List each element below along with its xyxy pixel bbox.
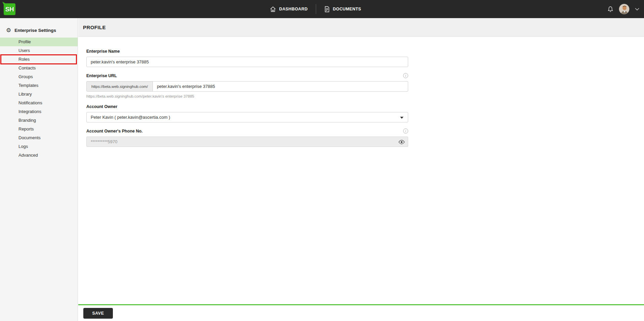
phone-label: Account Owner's Phone No. [86,129,143,133]
field-enterprise-name: Enterprise Name [86,49,408,67]
nav-documents-label: DOCUMENTS [333,7,361,11]
select-caret-icon [400,117,403,119]
nav-dashboard[interactable]: DASHBOARD [268,0,310,18]
reveal-eye-icon[interactable] [398,139,405,145]
phone-input [86,137,408,147]
enterprise-url-prefix: https://beta.web.signinghub.com/ [86,81,153,92]
enterprise-url-info-icon[interactable]: i [403,73,408,78]
account-owner-select[interactable]: Peter Kavin ( peter.kavin@ascertia.com ) [86,112,408,122]
sidebar-item-users[interactable]: Users [0,46,78,55]
account-owner-selected-value: Peter Kavin ( peter.kavin@ascertia.com ) [91,115,170,120]
sidebar-item-profile[interactable]: Profile [0,38,78,46]
sidebar-item-roles[interactable]: Roles [0,55,78,64]
sidebar-item-notifications[interactable]: Notifications [0,99,78,107]
account-owner-label: Account Owner [86,104,117,109]
sidebar-item-library[interactable]: Library [0,90,78,99]
main-content: PROFILE Enterprise Name Enterprise URL i… [78,18,644,321]
profile-form: Enterprise Name Enterprise URL i https:/… [78,37,408,147]
page-header: PROFILE [78,18,644,37]
sidebar-title: Enterprise Settings [14,28,56,33]
nav-dashboard-label: DASHBOARD [279,7,308,11]
top-bar-right [607,0,640,18]
field-enterprise-url: Enterprise URL i https://beta.web.signin… [86,73,408,98]
notifications-bell-icon[interactable] [607,5,614,13]
page: SH DASHBOARD [0,0,644,321]
field-account-owner: Account Owner Peter Kavin ( peter.kavin@… [86,104,408,122]
sidebar-item-documents[interactable]: Documents [0,133,78,142]
sidebar-item-reports[interactable]: Reports [0,125,78,133]
phone-info-icon[interactable]: i [403,128,408,133]
enterprise-name-label: Enterprise Name [86,49,120,54]
enterprise-url-helper: https://beta.web.signinghub.com/peter.ka… [86,94,408,98]
sidebar-item-branding[interactable]: Branding [0,116,78,125]
chevron-down-icon[interactable] [634,6,640,12]
footer-action-bar: SAVE [78,304,644,321]
page-title: PROFILE [83,24,106,30]
sidebar-header: ⚙ Enterprise Settings [0,18,78,38]
top-bar: SH DASHBOARD [0,0,644,18]
sidebar-item-advanced[interactable]: Advanced [0,151,78,160]
home-icon [270,6,276,12]
signinghub-logo[interactable]: SH [4,3,15,15]
enterprise-url-input[interactable] [153,81,408,92]
documents-icon [324,6,330,12]
save-button[interactable]: SAVE [83,308,113,319]
field-phone: Account Owner's Phone No. i [86,128,408,147]
nav-divider [316,4,316,14]
sidebar-enterprise-settings: ⚙ Enterprise Settings Profile Users Role… [0,18,78,321]
sidebar-item-logs[interactable]: Logs [0,142,78,151]
sidebar-item-integrations[interactable]: Integrations [0,107,78,116]
sidebar-item-templates[interactable]: Templates [0,81,78,90]
enterprise-name-input[interactable] [86,57,408,67]
top-nav: DASHBOARD DOCUMENTS [268,0,363,18]
sidebar-item-contacts[interactable]: Contacts [0,64,78,72]
gear-icon: ⚙ [6,28,11,33]
nav-documents[interactable]: DOCUMENTS [322,0,363,18]
enterprise-url-label: Enterprise URL [86,73,117,78]
sidebar-item-groups[interactable]: Groups [0,72,78,81]
user-avatar[interactable] [619,4,630,14]
